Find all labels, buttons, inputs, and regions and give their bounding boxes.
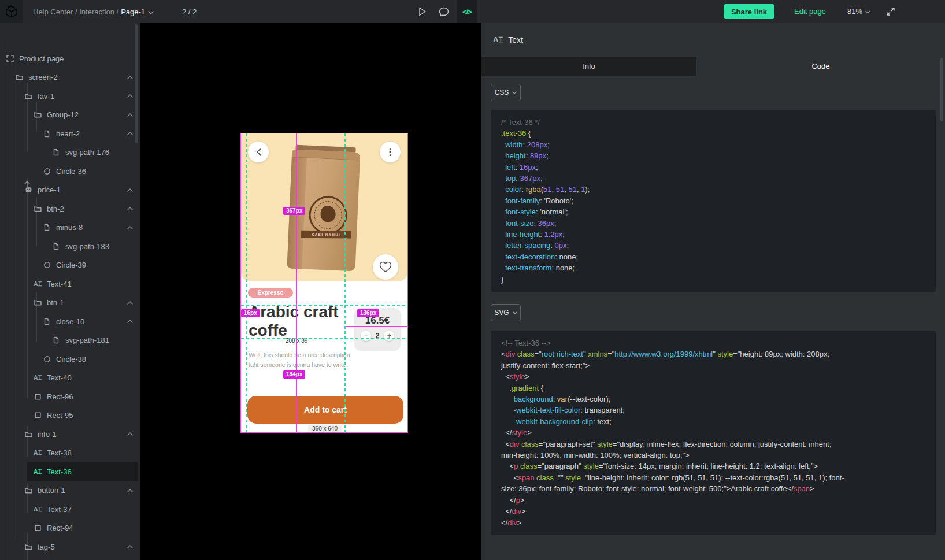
layer-label: Rect-96 xyxy=(47,392,73,401)
layer-item-minus-8[interactable]: minus-8 xyxy=(0,218,140,237)
layer-item-svg-path-176[interactable]: svg-path-176 xyxy=(0,143,140,162)
collapse-chevron-icon[interactable] xyxy=(127,94,133,98)
app-logo[interactable] xyxy=(0,0,23,23)
css-select-value: CSS xyxy=(495,88,509,97)
layer-label: fav-1 xyxy=(38,92,54,101)
back-button[interactable] xyxy=(248,142,269,162)
category-tag[interactable]: Expresso xyxy=(248,288,293,298)
layer-item-rect-96[interactable]: Rect-96 xyxy=(0,387,140,406)
circle-icon xyxy=(43,167,51,175)
layer-item-heart-2[interactable]: heart-2 xyxy=(0,124,140,143)
collapse-chevron-icon[interactable] xyxy=(127,207,133,210)
breadcrumb[interactable]: Help Center / Interaction / Page-1 xyxy=(33,0,154,23)
layer-item-btn-1[interactable]: btn-1 xyxy=(0,294,140,312)
code-line: font-family: 'Roboto'; xyxy=(501,195,925,206)
increase-button[interactable]: + xyxy=(384,331,394,341)
layer-item-circle-36[interactable]: Circle-36 xyxy=(0,162,140,180)
css-format-select[interactable]: CSS xyxy=(491,84,521,101)
inspector-scrollbar[interactable] xyxy=(940,58,943,121)
measure-label-367: 367px xyxy=(283,207,305,215)
layer-item-circle-39[interactable]: Circle-39 xyxy=(0,256,140,275)
play-button[interactable] xyxy=(414,0,431,23)
text-icon: A⌶ xyxy=(34,374,42,382)
collapse-chevron-icon[interactable] xyxy=(127,545,133,548)
code-line: -webkit-text-fill-color: transparent; xyxy=(501,405,925,416)
code-line: -webkit-background-clip: text; xyxy=(501,416,925,427)
code-line: <span class="" style="line-height: inher… xyxy=(501,472,925,483)
layer-item-rect-95[interactable]: Rect-95 xyxy=(0,406,140,425)
zoom-control[interactable]: 81% xyxy=(847,7,870,16)
comment-icon[interactable] xyxy=(435,0,453,23)
emblem-banner: KABI NAHUI xyxy=(301,231,351,239)
tab-code[interactable]: Code xyxy=(696,57,945,76)
favorite-button[interactable] xyxy=(373,254,398,280)
measure-label-184: 184px xyxy=(283,370,305,379)
collapse-chevron-icon[interactable] xyxy=(127,432,133,436)
layer-item-info-1[interactable]: info-1 xyxy=(0,425,140,443)
collapse-chevron-icon[interactable] xyxy=(127,489,133,492)
layer-item-rect-94[interactable]: Rect-94 xyxy=(0,519,140,537)
code-line: size: 36px; font-family: Roboto; font-st… xyxy=(501,483,925,494)
code-view-toggle[interactable]: </> xyxy=(457,0,477,23)
code-line: .gradient { xyxy=(501,383,925,394)
layer-label: tag-5 xyxy=(38,543,55,551)
edit-page-link[interactable]: Edit page xyxy=(794,7,826,16)
more-menu-button[interactable] xyxy=(380,142,401,162)
layer-item-tag-5[interactable]: tag-5 xyxy=(0,537,140,556)
layer-item-price-1[interactable]: price-1 xyxy=(0,181,140,199)
collapse-chevron-icon[interactable] xyxy=(127,188,133,192)
code-line: background: var(--text-color); xyxy=(501,394,925,405)
layer-item-button-1[interactable]: button-1 xyxy=(0,481,140,500)
svg-select-value: SVG xyxy=(494,309,509,317)
product-title: Arabic craft coffe xyxy=(249,303,353,340)
frame-icon xyxy=(6,54,14,62)
svg-code-block[interactable]: <!-- Text-36 --><div class="root rich-te… xyxy=(491,331,936,535)
layer-label: close-10 xyxy=(56,317,84,326)
fullscreen-icon[interactable] xyxy=(881,0,900,23)
collapse-chevron-icon[interactable] xyxy=(127,320,133,323)
layer-item-svg-path-183[interactable]: svg-path-183 xyxy=(0,237,140,255)
layer-label: svg-path-181 xyxy=(65,336,109,344)
file-icon xyxy=(43,129,51,138)
layer-item-close-10[interactable]: close-10 xyxy=(0,312,140,331)
add-to-cart-button[interactable]: Add to cart xyxy=(247,396,403,424)
code-line: top: 367px; xyxy=(501,173,925,184)
code-line: </div> xyxy=(501,506,925,517)
decrease-button[interactable]: − xyxy=(361,331,371,341)
layer-item-text-36[interactable]: A⌶Text-36 xyxy=(0,462,140,481)
layer-item-text-41[interactable]: A⌶Text-41 xyxy=(0,275,140,293)
layer-item-screen-2[interactable]: screen-2 xyxy=(0,68,140,87)
measure-line-horizontal xyxy=(346,326,407,327)
layer-item-circle-38[interactable]: Circle-38 xyxy=(0,350,140,368)
code-line: height: 89px; xyxy=(501,150,925,161)
layer-item-group-12[interactable]: Group-12 xyxy=(0,106,140,124)
collapse-chevron-icon[interactable] xyxy=(127,226,133,229)
svg-format-select[interactable]: SVG xyxy=(491,304,521,321)
code-line: width: 208px; xyxy=(501,139,925,150)
text-layer-icon: A⌶ xyxy=(493,35,503,44)
collapse-chevron-icon[interactable] xyxy=(127,301,133,305)
collapse-chevron-icon[interactable] xyxy=(127,76,133,79)
layer-item-svg-path-181[interactable]: svg-path-181 xyxy=(0,331,140,350)
layer-item-fav-1[interactable]: fav-1 xyxy=(0,87,140,105)
layer-item-product page[interactable]: Product page xyxy=(0,49,140,68)
share-link-button[interactable]: Share link xyxy=(724,4,774,19)
css-code-block[interactable]: /* Text-36 */.text-36 { width: 208px; he… xyxy=(491,110,936,292)
tab-info[interactable]: Info xyxy=(481,57,696,76)
collapse-chevron-icon[interactable] xyxy=(127,132,133,135)
sidebar-scrollbar[interactable] xyxy=(135,24,138,143)
folder-icon xyxy=(15,73,23,81)
layer-item-text-37[interactable]: A⌶Text-37 xyxy=(0,500,140,518)
layer-label: Text-37 xyxy=(47,505,72,514)
inspector-layer-type: Text xyxy=(508,35,523,44)
code-line: </div> xyxy=(501,517,925,528)
code-line: justify-content: flex-start;"> xyxy=(501,360,925,371)
breadcrumb-path: Help Center / Interaction / xyxy=(33,8,118,16)
layer-item-text-40[interactable]: A⌶Text-40 xyxy=(0,369,140,387)
layer-label: svg-path-183 xyxy=(65,242,109,251)
chevron-down-icon[interactable] xyxy=(148,8,154,16)
collapse-chevron-icon[interactable] xyxy=(127,113,133,117)
layer-item-btn-2[interactable]: btn-2 xyxy=(0,199,140,218)
layer-item-text-38[interactable]: A⌶Text-38 xyxy=(0,444,140,462)
phone-frame[interactable]: KABI NAHUI Expresso Arabic craft coffe 2… xyxy=(241,133,407,432)
